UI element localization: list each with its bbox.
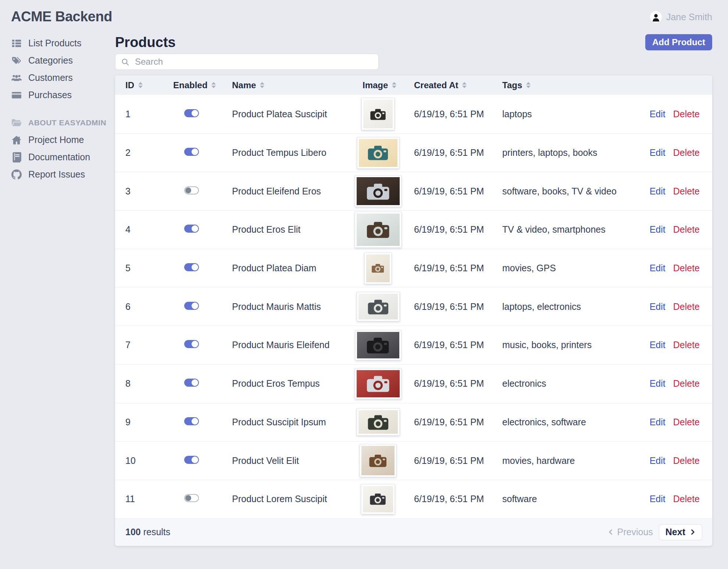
enabled-toggle[interactable] — [184, 417, 199, 425]
delete-link[interactable]: Delete — [673, 494, 700, 504]
delete-link[interactable]: Delete — [673, 186, 700, 197]
delete-link[interactable]: Delete — [673, 417, 700, 427]
camera-icon — [370, 108, 386, 121]
edit-link[interactable]: Edit — [650, 340, 665, 350]
enabled-toggle[interactable] — [184, 263, 199, 271]
cell-actions: Edit Delete — [648, 301, 712, 312]
sidebar-item-customers[interactable]: Customers — [11, 69, 115, 86]
product-image[interactable] — [357, 137, 399, 169]
product-image[interactable] — [361, 484, 395, 514]
product-image[interactable] — [364, 253, 392, 284]
sort-icon[interactable] — [526, 82, 531, 88]
product-image[interactable] — [357, 408, 400, 436]
enabled-toggle[interactable] — [184, 456, 199, 464]
page-title: Products — [115, 35, 176, 50]
camera-photo-placeholder — [357, 214, 400, 246]
table-row: 3 Product Eleifend Eros 6/19/19, 6:51 PM… — [115, 172, 712, 210]
cell-tags: laptops — [492, 109, 648, 119]
edit-link[interactable]: Edit — [650, 455, 665, 466]
toggle-knob — [192, 341, 198, 347]
previous-page-button[interactable]: Previous — [608, 527, 653, 537]
column-header-name[interactable]: Name — [222, 80, 352, 90]
edit-link[interactable]: Edit — [650, 417, 665, 427]
avatar[interactable] — [650, 11, 662, 23]
sidebar-item-purchases[interactable]: Purchases — [11, 86, 115, 104]
delete-link[interactable]: Delete — [673, 224, 700, 235]
edit-link[interactable]: Edit — [650, 147, 665, 158]
sort-icon[interactable] — [211, 82, 216, 88]
table-body: 1 Product Platea Suscipit 6/19/19, 6:51 … — [115, 95, 712, 518]
sidebar-item-documentation[interactable]: Documentation — [11, 148, 115, 166]
table-row: 4 Product Eros Elit 6/19/19, 6:51 PM TV … — [115, 210, 712, 249]
cell-name: Product Mauris Mattis — [222, 301, 352, 312]
edit-link[interactable]: Edit — [650, 301, 665, 312]
column-header-created-at[interactable]: Created At — [404, 80, 492, 90]
cell-id: 9 — [115, 417, 163, 427]
enabled-toggle[interactable] — [184, 302, 199, 310]
sort-icon[interactable] — [462, 82, 467, 88]
edit-link[interactable]: Edit — [650, 494, 665, 504]
next-label: Next — [665, 527, 685, 537]
product-image[interactable] — [355, 212, 402, 248]
enabled-toggle[interactable] — [184, 340, 199, 348]
product-image[interactable] — [360, 444, 396, 477]
enabled-toggle[interactable] — [184, 494, 199, 502]
product-image[interactable] — [357, 292, 400, 321]
sort-icon[interactable] — [138, 82, 143, 88]
product-image[interactable] — [355, 175, 402, 207]
edit-link[interactable]: Edit — [650, 378, 665, 389]
product-image[interactable] — [355, 368, 402, 399]
delete-link[interactable]: Delete — [673, 147, 700, 158]
sidebar-item-categories[interactable]: Categories — [11, 52, 115, 69]
toggle-knob — [185, 495, 191, 501]
sort-icon[interactable] — [392, 82, 396, 88]
edit-link[interactable]: Edit — [650, 109, 665, 119]
edit-link[interactable]: Edit — [650, 263, 665, 273]
camera-icon — [367, 144, 389, 161]
column-header-tags[interactable]: Tags — [492, 80, 648, 90]
cell-created-at: 6/19/19, 6:51 PM — [404, 224, 492, 235]
delete-link[interactable]: Delete — [673, 455, 700, 466]
camera-icon — [366, 221, 390, 239]
column-header-enabled[interactable]: Enabled — [163, 80, 222, 90]
table-row: 2 Product Tempus Libero 6/19/19, 6:51 PM… — [115, 133, 712, 172]
table-header: ID Enabled Name Image Created At — [115, 75, 712, 95]
delete-link[interactable]: Delete — [673, 340, 700, 350]
user-name[interactable]: Jane Smith — [666, 12, 712, 22]
search-input[interactable] — [134, 56, 378, 67]
sidebar-item-project-home[interactable]: Project Home — [11, 131, 115, 148]
toggle-knob — [192, 303, 198, 309]
edit-link[interactable]: Edit — [650, 224, 665, 235]
toggle-knob — [192, 264, 198, 271]
next-page-button[interactable]: Next — [659, 524, 702, 540]
delete-link[interactable]: Delete — [673, 263, 700, 273]
cell-id: 2 — [115, 147, 163, 158]
add-product-button[interactable]: Add Product — [645, 34, 712, 50]
cell-id: 4 — [115, 224, 163, 235]
sidebar-item-list-products[interactable]: List Products — [11, 35, 115, 52]
enabled-toggle[interactable] — [184, 379, 199, 387]
search-box[interactable] — [115, 54, 379, 70]
camera-icon — [366, 375, 390, 393]
product-image[interactable] — [355, 330, 401, 360]
column-label: Tags — [502, 80, 522, 90]
cell-actions: Edit Delete — [648, 147, 712, 158]
column-header-image[interactable]: Image — [352, 80, 404, 90]
column-header-id[interactable]: ID — [115, 80, 163, 90]
cell-name: Product Eros Tempus — [222, 378, 352, 389]
edit-link[interactable]: Edit — [650, 186, 665, 197]
enabled-toggle[interactable] — [184, 148, 199, 156]
pagination: Previous Next — [608, 524, 702, 540]
delete-link[interactable]: Delete — [673, 301, 700, 312]
enabled-toggle[interactable] — [184, 225, 199, 233]
enabled-toggle[interactable] — [184, 109, 199, 117]
camera-icon — [371, 263, 384, 273]
delete-link[interactable]: Delete — [673, 378, 700, 389]
product-image[interactable] — [361, 98, 395, 130]
app-root: ACME Backend List Products Categories Cu… — [0, 0, 728, 569]
cell-tags: TV & video, smartphones — [492, 224, 648, 235]
sidebar-item-report-issues[interactable]: Report Issues — [11, 166, 115, 183]
delete-link[interactable]: Delete — [673, 109, 700, 119]
sort-icon[interactable] — [260, 82, 264, 88]
enabled-toggle[interactable] — [184, 186, 199, 194]
